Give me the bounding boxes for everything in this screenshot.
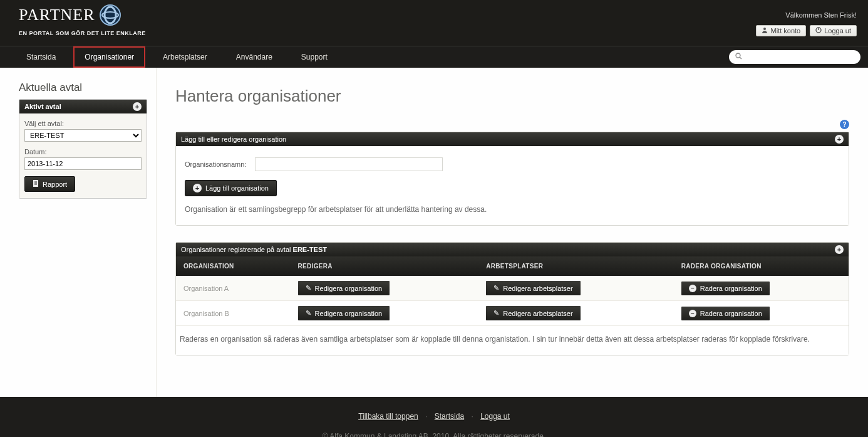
pencil-icon: ✎	[306, 284, 311, 292]
edit-workplaces-label: Redigera arbetsplatser	[503, 310, 572, 317]
table-row: Organisation A✎Redigera organisation✎Red…	[176, 276, 849, 301]
edit-workplaces-button[interactable]: ✎Redigera arbetsplatser	[486, 306, 580, 320]
delete-org-label: Radera organisation	[700, 310, 762, 317]
brand-subtitle: EN PORTAL SOM GÖR DET LITE ENKLARE	[19, 30, 146, 36]
add-org-label: Lägg till organisation	[205, 184, 269, 192]
brand-logo-icon	[99, 4, 121, 26]
plus-icon[interactable]: +	[835, 245, 844, 254]
org-table-footnote: Raderas en organisation så raderas även …	[176, 326, 849, 347]
delete-org-button[interactable]: –Radera organisation	[681, 282, 770, 295]
choose-contract-label: Välj ett avtal:	[24, 120, 142, 127]
main-content: Hantera organisationer ? Lägg till eller…	[157, 68, 868, 397]
add-org-helper: Organisation är ett samlingsbegrepp för …	[185, 205, 840, 214]
edit-org-label: Redigera organisation	[315, 310, 383, 317]
svg-point-6	[736, 53, 740, 58]
active-contract-panel: Aktivt avtal + Välj ett avtal: ERE-TEST …	[19, 99, 147, 199]
power-icon	[815, 27, 822, 34]
user-icon	[762, 27, 768, 34]
global-search[interactable]	[729, 50, 860, 64]
nav-startsida[interactable]: Startsida	[15, 46, 67, 68]
org-table: ORGANISATION REDIGERA ARBETSPLATSER RADE…	[176, 256, 849, 326]
delete-org-button[interactable]: –Radera organisation	[681, 307, 770, 320]
add-org-head: Lägg till eller redigera organisation	[181, 135, 286, 143]
report-label: Rapport	[43, 181, 67, 188]
edit-org-button[interactable]: ✎Redigera organisation	[298, 281, 390, 295]
page-footer: Tillbaka till toppen · Startsida · Logga…	[0, 397, 868, 437]
plus-icon: +	[193, 184, 202, 192]
footer-copyright: © Alfa Kommun & Landsting AB, 2010. Alla…	[0, 432, 868, 437]
col-delete: RADERA ORGANISATION	[674, 256, 849, 276]
svg-point-0	[100, 5, 120, 25]
nav-organisationer[interactable]: Organisationer	[73, 46, 145, 68]
app-header: PARTNER EN PORTAL SOM GÖR DET LITE ENKLA…	[0, 0, 868, 46]
contract-select[interactable]: ERE-TEST	[24, 129, 142, 142]
edit-workplaces-label: Redigera arbetsplatser	[503, 285, 572, 292]
logout-button[interactable]: Logga ut	[810, 25, 857, 36]
sidebar-title: Aktuella avtal	[19, 82, 147, 94]
search-input[interactable]	[746, 53, 854, 61]
nav-anvandare[interactable]: Användare	[225, 46, 284, 68]
table-row: Organisation B✎Redigera organisation✎Red…	[176, 301, 849, 326]
nav-support[interactable]: Support	[290, 46, 339, 68]
active-contract-head: Aktivt avtal	[24, 103, 61, 110]
separator-dot: ·	[425, 412, 427, 421]
svg-line-7	[740, 57, 741, 59]
footer-logout[interactable]: Logga ut	[480, 412, 510, 421]
brand-block: PARTNER EN PORTAL SOM GÖR DET LITE ENKLA…	[19, 4, 146, 36]
add-org-button[interactable]: + Lägg till organisation	[185, 180, 277, 196]
nav-arbetsplatser[interactable]: Arbetsplatser	[152, 46, 219, 68]
edit-workplaces-button[interactable]: ✎Redigera arbetsplatser	[486, 281, 580, 295]
logout-label: Logga ut	[824, 27, 851, 34]
pencil-icon: ✎	[493, 309, 499, 317]
pencil-icon: ✎	[493, 284, 499, 292]
footer-startsida[interactable]: Startsida	[435, 412, 464, 421]
page-title: Hantera organisationer	[175, 87, 849, 106]
my-account-button[interactable]: Mitt konto	[756, 25, 806, 36]
org-name-cell: Organisation B	[176, 301, 291, 326]
org-list-panel: Organisationer registrerade på avtal ERE…	[175, 242, 849, 355]
footer-backtotop[interactable]: Tillbaka till toppen	[358, 412, 418, 421]
date-label: Datum:	[24, 148, 142, 155]
org-list-head-prefix: Organisationer registrerade på avtal	[181, 246, 293, 253]
separator-dot: ·	[471, 412, 473, 421]
minus-icon: –	[689, 285, 696, 292]
org-list-head: Organisationer registrerade på avtal ERE…	[181, 246, 327, 253]
plus-icon[interactable]: +	[835, 135, 844, 144]
org-list-head-contract: ERE-TEST	[293, 246, 327, 253]
date-input[interactable]	[24, 157, 142, 170]
col-edit: REDIGERA	[291, 256, 479, 276]
my-account-label: Mitt konto	[770, 27, 800, 34]
edit-org-button[interactable]: ✎Redigera organisation	[298, 306, 390, 320]
edit-org-label: Redigera organisation	[315, 285, 383, 292]
brand-title: PARTNER	[19, 6, 95, 24]
welcome-text: Välkommen Sten Frisk!	[785, 11, 857, 19]
svg-point-3	[763, 28, 766, 30]
help-icon[interactable]: ?	[840, 120, 849, 129]
sidebar: Aktuella avtal Aktivt avtal + Välj ett a…	[0, 68, 157, 397]
delete-org-label: Radera organisation	[700, 285, 762, 292]
plus-icon[interactable]: +	[133, 102, 142, 111]
org-name-cell: Organisation A	[176, 276, 291, 301]
document-icon	[33, 180, 39, 188]
main-nav: Startsida Organisationer Arbetsplatser A…	[0, 46, 868, 68]
col-workplaces: ARBETSPLATSER	[478, 256, 673, 276]
report-button[interactable]: Rapport	[24, 176, 75, 192]
minus-icon: –	[689, 310, 696, 317]
add-org-panel: Lägg till eller redigera organisation + …	[175, 132, 849, 226]
pencil-icon: ✎	[306, 309, 311, 317]
org-name-label: Organisationsnamn:	[185, 161, 246, 168]
search-icon	[735, 53, 742, 61]
col-organisation: ORGANISATION	[176, 256, 291, 276]
org-name-input[interactable]	[255, 157, 443, 171]
